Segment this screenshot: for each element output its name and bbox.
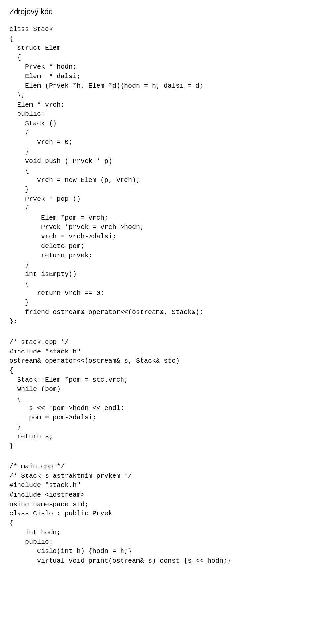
code-block-1: class Stack { struct Elem { Prvek * hodn… bbox=[9, 25, 308, 326]
page-title: Zdrojový kód bbox=[9, 7, 308, 16]
page-content: Zdrojový kód class Stack { struct Elem {… bbox=[0, 0, 317, 590]
code-block-3: /* main.cpp */ /* Stack s astraktnim prv… bbox=[9, 462, 308, 566]
code-block-2: /* stack.cpp */ #include "stack.h" ostre… bbox=[9, 338, 308, 451]
